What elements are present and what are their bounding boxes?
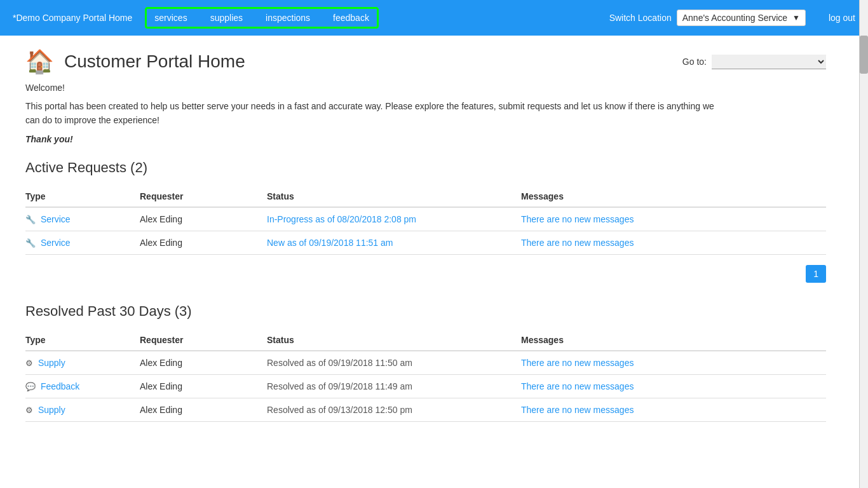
pagination: 1	[25, 265, 826, 283]
resolved-requests-table: Type Requester Status Messages ⚙ Supply …	[25, 330, 826, 422]
active-message-link-0[interactable]: There are no new messages	[521, 214, 634, 224]
resolved-message-link-0[interactable]: There are no new messages	[521, 358, 634, 368]
nav-services[interactable]: services	[151, 10, 191, 25]
supply-icon: 💬	[25, 382, 36, 391]
resolved-type-link-1[interactable]: Feedback	[41, 381, 79, 391]
goto-select[interactable]	[712, 55, 826, 69]
resolved-requester-cell-2: Alex Eding	[140, 398, 267, 421]
resolved-type-link-2[interactable]: Supply	[38, 405, 65, 415]
resolved-col-header-requester: Requester	[140, 330, 267, 351]
active-type-link-1[interactable]: Service	[41, 238, 71, 248]
resolved-col-header-type: Type	[25, 330, 140, 351]
resolved-type-link-0[interactable]: Supply	[38, 358, 65, 368]
col-header-status: Status	[267, 186, 521, 207]
resolved-table-row: ⚙ Supply Alex Eding Resolved as of 09/19…	[25, 351, 826, 375]
resolved-messages-cell-2: There are no new messages	[521, 398, 826, 421]
switch-location-group: Switch Location Anne's Accounting Servic…	[609, 10, 806, 26]
supply-icon: ⚙	[25, 358, 33, 368]
page-title-row: 🏠 Customer Portal Home Go to:	[25, 48, 826, 75]
logout-button[interactable]: log out	[829, 13, 855, 23]
resolved-messages-cell-1: There are no new messages	[521, 374, 826, 398]
scrollbar[interactable]	[859, 0, 868, 458]
active-requests-header: Active Requests (2)	[25, 159, 826, 176]
nav-group: services supplies inspections feedback	[145, 7, 379, 29]
resolved-type-cell-2: ⚙ Supply	[25, 398, 140, 421]
goto-row: Go to:	[682, 55, 826, 69]
resolved-messages-cell-0: There are no new messages	[521, 351, 826, 375]
page-1-button[interactable]: 1	[806, 265, 826, 283]
active-table-row: 🔧 Service Alex Eding New as of 09/19/201…	[25, 231, 826, 254]
resolved-message-link-2[interactable]: There are no new messages	[521, 405, 634, 415]
header: *Demo Company Portal Home services suppl…	[0, 0, 868, 36]
resolved-requests-header: Resolved Past 30 Days (3)	[25, 303, 826, 320]
active-messages-cell-0: There are no new messages	[521, 207, 826, 231]
wrench-icon: 🔧	[25, 238, 36, 248]
nav-supplies[interactable]: supplies	[207, 10, 247, 25]
active-table-row: 🔧 Service Alex Eding In-Progress as of 0…	[25, 207, 826, 231]
resolved-table-row: ⚙ Supply Alex Eding Resolved as of 09/13…	[25, 398, 826, 421]
location-value: Anne's Accounting Service	[682, 13, 787, 23]
active-requester-cell-0: Alex Eding	[140, 207, 267, 231]
home-icon: 🏠	[25, 48, 54, 75]
page-title-left: 🏠 Customer Portal Home	[25, 48, 245, 75]
nav-feedback[interactable]: feedback	[329, 10, 373, 25]
active-messages-cell-1: There are no new messages	[521, 231, 826, 254]
resolved-col-header-messages: Messages	[521, 330, 826, 351]
thankyou-text: Thank you!	[25, 134, 826, 144]
resolved-type-cell-0: ⚙ Supply	[25, 351, 140, 375]
location-dropdown[interactable]: Anne's Accounting Service ▼	[677, 10, 806, 26]
resolved-type-cell-1: 💬 Feedback	[25, 374, 140, 398]
description-text: This portal has been created to help us …	[25, 99, 724, 128]
active-requests-table: Type Requester Status Messages 🔧 Service…	[25, 186, 826, 255]
nav-inspections[interactable]: inspections	[262, 10, 314, 25]
active-type-link-0[interactable]: Service	[41, 214, 71, 224]
resolved-col-header-status: Status	[267, 330, 521, 351]
resolved-status-cell-0: Resolved as of 09/19/2018 11:50 am	[267, 351, 521, 375]
brand-link[interactable]: *Demo Company Portal Home	[13, 13, 132, 23]
resolved-status-cell-2: Resolved as of 09/13/2018 12:50 pm	[267, 398, 521, 421]
active-requester-cell-1: Alex Eding	[140, 231, 267, 254]
supply-icon: ⚙	[25, 405, 33, 415]
resolved-message-link-1[interactable]: There are no new messages	[521, 381, 634, 391]
dropdown-arrow-icon: ▼	[792, 13, 800, 22]
resolved-requester-cell-1: Alex Eding	[140, 374, 267, 398]
resolved-requester-cell-0: Alex Eding	[140, 351, 267, 375]
active-status-cell-1: New as of 09/19/2018 11:51 am	[267, 231, 521, 254]
col-header-messages: Messages	[521, 186, 826, 207]
active-status-cell-0: In-Progress as of 08/20/2018 2:08 pm	[267, 207, 521, 231]
active-message-link-1[interactable]: There are no new messages	[521, 238, 634, 248]
scrollbar-thumb[interactable]	[860, 36, 868, 74]
resolved-table-row: 💬 Feedback Alex Eding Resolved as of 09/…	[25, 374, 826, 398]
main-content: 🏠 Customer Portal Home Go to: Welcome! T…	[0, 36, 851, 458]
active-type-cell-0: 🔧 Service	[25, 207, 140, 231]
switch-location-label: Switch Location	[609, 13, 672, 23]
col-header-requester: Requester	[140, 186, 267, 207]
welcome-text: Welcome!	[25, 83, 826, 93]
page-title: Customer Portal Home	[64, 51, 245, 72]
resolved-status-cell-1: Resolved as of 09/19/2018 11:49 am	[267, 374, 521, 398]
col-header-type: Type	[25, 186, 140, 207]
wrench-icon: 🔧	[25, 215, 36, 224]
active-type-cell-1: 🔧 Service	[25, 231, 140, 254]
goto-label: Go to:	[682, 57, 707, 67]
